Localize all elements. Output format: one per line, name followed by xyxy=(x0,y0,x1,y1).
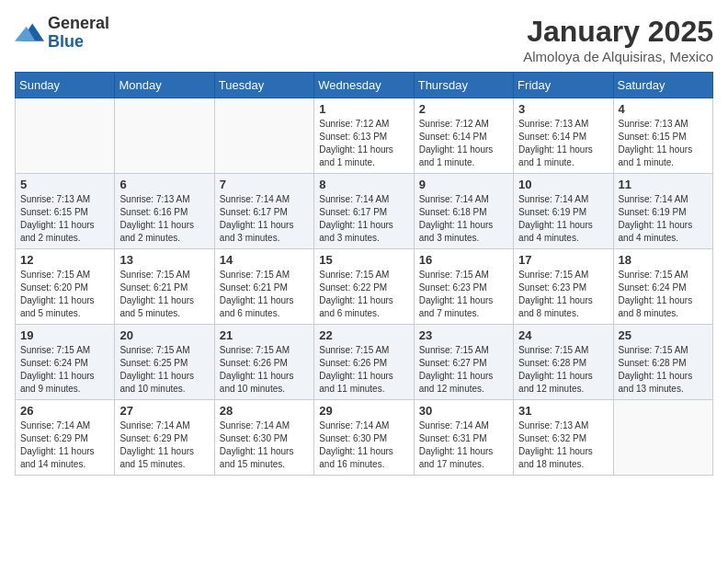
day-info: Sunrise: 7:15 AM Sunset: 6:24 PM Dayligh… xyxy=(619,269,708,320)
day-number: 21 xyxy=(220,328,309,342)
calendar-cell: 17Sunrise: 7:15 AM Sunset: 6:23 PM Dayli… xyxy=(514,249,613,325)
day-info: Sunrise: 7:13 AM Sunset: 6:15 PM Dayligh… xyxy=(619,118,708,169)
day-number: 30 xyxy=(419,404,508,418)
day-number: 5 xyxy=(20,178,109,191)
col-wednesday: Wednesday xyxy=(314,73,414,98)
calendar-cell: 26Sunrise: 7:14 AM Sunset: 6:29 PM Dayli… xyxy=(16,400,115,476)
day-number: 26 xyxy=(20,404,109,418)
week-row-2: 12Sunrise: 7:15 AM Sunset: 6:20 PM Dayli… xyxy=(16,249,713,325)
day-number: 14 xyxy=(220,253,309,267)
day-info: Sunrise: 7:15 AM Sunset: 6:22 PM Dayligh… xyxy=(319,269,408,320)
day-info: Sunrise: 7:15 AM Sunset: 6:21 PM Dayligh… xyxy=(220,269,309,320)
day-number: 16 xyxy=(419,253,508,267)
page-header: General Blue January 2025 Almoloya de Al… xyxy=(15,15,713,64)
day-info: Sunrise: 7:15 AM Sunset: 6:26 PM Dayligh… xyxy=(319,344,408,396)
calendar: Sunday Monday Tuesday Wednesday Thursday… xyxy=(15,72,713,476)
calendar-cell: 12Sunrise: 7:15 AM Sunset: 6:20 PM Dayli… xyxy=(16,249,115,325)
calendar-cell: 9Sunrise: 7:14 AM Sunset: 6:18 PM Daylig… xyxy=(414,174,513,249)
day-info: Sunrise: 7:14 AM Sunset: 6:19 PM Dayligh… xyxy=(518,193,608,245)
col-saturday: Saturday xyxy=(613,73,712,98)
day-number: 4 xyxy=(619,102,708,116)
calendar-cell: 20Sunrise: 7:15 AM Sunset: 6:25 PM Dayli… xyxy=(115,325,214,400)
day-number: 7 xyxy=(220,178,309,191)
day-number: 1 xyxy=(319,102,408,116)
day-number: 2 xyxy=(419,102,508,116)
day-info: Sunrise: 7:12 AM Sunset: 6:13 PM Dayligh… xyxy=(319,118,408,169)
logo-text: General Blue xyxy=(48,15,109,52)
day-info: Sunrise: 7:13 AM Sunset: 6:15 PM Dayligh… xyxy=(20,193,109,245)
calendar-cell: 3Sunrise: 7:13 AM Sunset: 6:14 PM Daylig… xyxy=(514,98,613,174)
day-number: 29 xyxy=(319,404,408,418)
calendar-cell: 10Sunrise: 7:14 AM Sunset: 6:19 PM Dayli… xyxy=(514,174,613,249)
day-number: 10 xyxy=(518,178,608,191)
day-info: Sunrise: 7:12 AM Sunset: 6:14 PM Dayligh… xyxy=(419,118,508,169)
day-info: Sunrise: 7:14 AM Sunset: 6:29 PM Dayligh… xyxy=(20,419,109,471)
day-number: 11 xyxy=(619,178,708,191)
day-info: Sunrise: 7:15 AM Sunset: 6:20 PM Dayligh… xyxy=(20,269,109,320)
calendar-cell: 19Sunrise: 7:15 AM Sunset: 6:24 PM Dayli… xyxy=(16,325,115,400)
day-number: 27 xyxy=(119,404,209,418)
calendar-cell: 25Sunrise: 7:15 AM Sunset: 6:28 PM Dayli… xyxy=(613,325,712,400)
day-number: 18 xyxy=(619,253,708,267)
calendar-cell: 1Sunrise: 7:12 AM Sunset: 6:13 PM Daylig… xyxy=(314,98,414,174)
calendar-cell: 16Sunrise: 7:15 AM Sunset: 6:23 PM Dayli… xyxy=(414,249,513,325)
calendar-cell: 29Sunrise: 7:14 AM Sunset: 6:30 PM Dayli… xyxy=(314,400,414,476)
week-row-4: 26Sunrise: 7:14 AM Sunset: 6:29 PM Dayli… xyxy=(16,400,713,476)
day-info: Sunrise: 7:14 AM Sunset: 6:17 PM Dayligh… xyxy=(319,193,408,245)
day-info: Sunrise: 7:14 AM Sunset: 6:30 PM Dayligh… xyxy=(220,419,309,471)
calendar-cell: 30Sunrise: 7:14 AM Sunset: 6:31 PM Dayli… xyxy=(414,400,513,476)
calendar-cell: 8Sunrise: 7:14 AM Sunset: 6:17 PM Daylig… xyxy=(314,174,414,249)
calendar-cell: 23Sunrise: 7:15 AM Sunset: 6:27 PM Dayli… xyxy=(414,325,513,400)
day-info: Sunrise: 7:14 AM Sunset: 6:29 PM Dayligh… xyxy=(119,419,209,471)
week-row-1: 5Sunrise: 7:13 AM Sunset: 6:15 PM Daylig… xyxy=(16,174,713,249)
calendar-cell xyxy=(613,400,712,476)
day-info: Sunrise: 7:14 AM Sunset: 6:17 PM Dayligh… xyxy=(220,193,309,245)
day-number: 9 xyxy=(419,178,508,191)
week-row-0: 1Sunrise: 7:12 AM Sunset: 6:13 PM Daylig… xyxy=(16,98,713,174)
calendar-cell: 14Sunrise: 7:15 AM Sunset: 6:21 PM Dayli… xyxy=(214,249,313,325)
calendar-cell: 21Sunrise: 7:15 AM Sunset: 6:26 PM Dayli… xyxy=(214,325,313,400)
month-title: January 2025 xyxy=(523,15,713,49)
calendar-cell: 11Sunrise: 7:14 AM Sunset: 6:19 PM Dayli… xyxy=(613,174,712,249)
day-number: 17 xyxy=(518,253,608,267)
calendar-cell: 15Sunrise: 7:15 AM Sunset: 6:22 PM Dayli… xyxy=(314,249,414,325)
calendar-cell xyxy=(16,98,115,174)
day-info: Sunrise: 7:15 AM Sunset: 6:26 PM Dayligh… xyxy=(220,344,309,396)
day-info: Sunrise: 7:14 AM Sunset: 6:30 PM Dayligh… xyxy=(319,419,408,471)
day-info: Sunrise: 7:15 AM Sunset: 6:23 PM Dayligh… xyxy=(518,269,608,320)
logo: General Blue xyxy=(15,15,109,52)
calendar-cell xyxy=(115,98,214,174)
day-info: Sunrise: 7:13 AM Sunset: 6:14 PM Dayligh… xyxy=(518,118,608,169)
calendar-cell: 5Sunrise: 7:13 AM Sunset: 6:15 PM Daylig… xyxy=(16,174,115,249)
day-info: Sunrise: 7:15 AM Sunset: 6:23 PM Dayligh… xyxy=(419,269,508,320)
col-monday: Monday xyxy=(115,73,214,98)
logo-icon xyxy=(15,20,44,46)
calendar-cell: 31Sunrise: 7:13 AM Sunset: 6:32 PM Dayli… xyxy=(514,400,613,476)
col-thursday: Thursday xyxy=(414,73,513,98)
day-number: 23 xyxy=(419,328,508,342)
day-number: 6 xyxy=(119,178,209,191)
title-block: January 2025 Almoloya de Alquisiras, Mex… xyxy=(523,15,713,64)
day-info: Sunrise: 7:13 AM Sunset: 6:32 PM Dayligh… xyxy=(518,419,608,471)
calendar-cell xyxy=(214,98,313,174)
day-info: Sunrise: 7:13 AM Sunset: 6:16 PM Dayligh… xyxy=(119,193,209,245)
calendar-cell: 18Sunrise: 7:15 AM Sunset: 6:24 PM Dayli… xyxy=(613,249,712,325)
day-number: 31 xyxy=(518,404,608,418)
day-info: Sunrise: 7:15 AM Sunset: 6:24 PM Dayligh… xyxy=(20,344,109,396)
calendar-cell: 7Sunrise: 7:14 AM Sunset: 6:17 PM Daylig… xyxy=(214,174,313,249)
calendar-cell: 28Sunrise: 7:14 AM Sunset: 6:30 PM Dayli… xyxy=(214,400,313,476)
col-sunday: Sunday xyxy=(16,73,115,98)
day-info: Sunrise: 7:14 AM Sunset: 6:18 PM Dayligh… xyxy=(419,193,508,245)
day-info: Sunrise: 7:15 AM Sunset: 6:27 PM Dayligh… xyxy=(419,344,508,396)
calendar-cell: 2Sunrise: 7:12 AM Sunset: 6:14 PM Daylig… xyxy=(414,98,513,174)
day-number: 28 xyxy=(220,404,309,418)
day-number: 24 xyxy=(518,328,608,342)
day-number: 20 xyxy=(119,328,209,342)
day-number: 15 xyxy=(319,253,408,267)
calendar-cell: 4Sunrise: 7:13 AM Sunset: 6:15 PM Daylig… xyxy=(613,98,712,174)
day-number: 8 xyxy=(319,178,408,191)
day-info: Sunrise: 7:15 AM Sunset: 6:25 PM Dayligh… xyxy=(119,344,209,396)
day-info: Sunrise: 7:15 AM Sunset: 6:28 PM Dayligh… xyxy=(518,344,608,396)
day-info: Sunrise: 7:15 AM Sunset: 6:21 PM Dayligh… xyxy=(119,269,209,320)
calendar-cell: 22Sunrise: 7:15 AM Sunset: 6:26 PM Dayli… xyxy=(314,325,414,400)
